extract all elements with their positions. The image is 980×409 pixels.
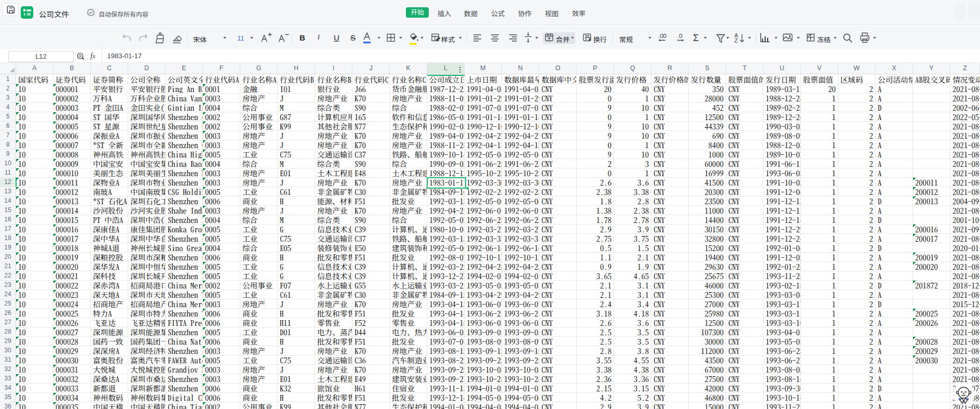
svg-text:Z: Z bbox=[734, 38, 738, 44]
svg-text:Σ: Σ bbox=[693, 33, 699, 43]
svg-text:.00: .00 bbox=[658, 33, 666, 39]
svg-text:.0: .0 bbox=[677, 33, 683, 39]
